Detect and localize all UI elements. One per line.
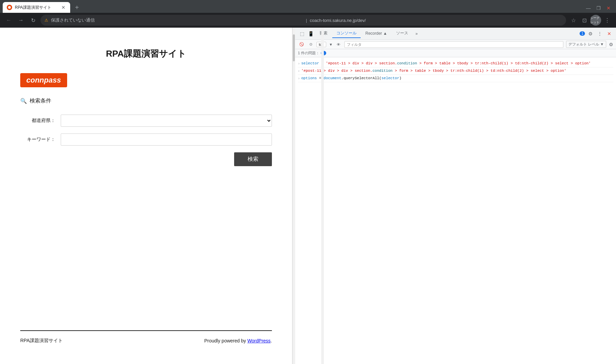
search-heading-text: 検索条件: [30, 97, 51, 104]
devtools-issues-row: 1 件の問題： 1: [295, 49, 616, 57]
prefecture-select[interactable]: [61, 115, 272, 127]
search-button[interactable]: 検索: [234, 152, 272, 166]
console-settings-button[interactable]: ⚙: [609, 42, 613, 47]
main-area: RPA課題演習サイト connpass 🔍 検索条件 都道府県：: [0, 28, 616, 364]
secret-mode-button[interactable]: シークレット: [590, 15, 601, 26]
new-tab-button[interactable]: +: [72, 2, 82, 13]
console-level-dropdown[interactable]: デフォルト レベル ▼: [566, 41, 606, 48]
console-toggle-button[interactable]: ⊙: [308, 41, 314, 47]
tab-console[interactable]: コンソール: [332, 29, 361, 38]
issues-text: 1 件の問題：: [298, 51, 319, 56]
tab-recorder[interactable]: Recorder ▲: [361, 30, 391, 38]
split-view-button[interactable]: ⊡: [580, 16, 589, 25]
wordpress-link[interactable]: WordPress: [247, 338, 271, 343]
console-text-2: '#post-11 > div > div > section.conditio…: [301, 68, 566, 74]
keyword-row: キーワード：: [20, 133, 272, 146]
active-tab[interactable]: RPA課題演習サイト ✕: [3, 2, 70, 13]
address-warning-text: 保護されていない通信: [51, 17, 303, 23]
tab-title: RPA課題演習サイト: [15, 5, 58, 10]
search-section: 🔍 検索条件 都道府県： キーワード：: [20, 97, 272, 166]
bookmark-button[interactable]: ☆: [569, 16, 578, 25]
device-icon[interactable]: 📱: [307, 30, 315, 38]
connpass-logo: connpass: [20, 73, 272, 87]
browser-action-buttons: ☆ ⊡ シークレット ⋮: [569, 15, 612, 26]
console-clear-button[interactable]: 🚫: [298, 41, 305, 47]
console-text-1: selector = '#post-11 > div > div > secti…: [301, 61, 591, 66]
tab-bar: RPA課題演習サイト ✕ + — ❒ ✕: [0, 0, 616, 13]
console-filter-input[interactable]: [344, 41, 563, 48]
console-arrow-2[interactable]: ‹: [298, 69, 300, 74]
menu-button[interactable]: ⋮: [603, 16, 612, 25]
search-icon: 🔍: [20, 98, 27, 104]
devtools-close-button[interactable]: ✕: [605, 30, 613, 38]
window-minimize-button[interactable]: —: [584, 3, 593, 13]
devtools-toolbar: ⬚ 📱 要素 コンソール Recorder ▲ ソース » 1 ⚙ ⋮ ✕: [295, 28, 616, 40]
devtools-side: ⬚ 📱 要素 コンソール Recorder ▲ ソース » 1 ⚙ ⋮ ✕: [292, 28, 616, 364]
prefecture-field: [61, 115, 272, 127]
console-arrow-1[interactable]: ›: [298, 61, 300, 66]
devtools-console-content: › selector = '#post-11 > div > div > sec…: [295, 57, 616, 364]
footer-area: RPA課題演習サイト Proudly powered by WordPress.: [0, 310, 292, 364]
search-heading: 🔍 検索条件: [20, 97, 272, 104]
keyword-input[interactable]: [61, 133, 272, 146]
devtools-action-buttons: 1 ⚙ ⋮ ✕: [580, 30, 613, 38]
devtools-main: ⬚ 📱 要素 コンソール Recorder ▲ ソース » 1 ⚙ ⋮ ✕: [295, 28, 616, 364]
devtools-scrollbar-thumb: [293, 34, 295, 61]
address-separator: |: [306, 18, 307, 23]
devtools-badge: 1: [580, 31, 585, 36]
tab-favicon: [7, 5, 12, 10]
tab-close-button[interactable]: ✕: [61, 5, 66, 10]
devtools-panel: ⬚ 📱 要素 コンソール Recorder ▲ ソース » 1 ⚙ ⋮ ✕: [292, 28, 616, 364]
window-maximize-button[interactable]: ❒: [594, 3, 603, 13]
console-line-2: ‹ '#post-11 > div > div > section.condit…: [298, 67, 613, 75]
console-text-3: options = document.querySelectorAll(sele…: [301, 75, 401, 81]
devtools-settings-button[interactable]: ⚙: [586, 30, 594, 38]
console-eye-button[interactable]: 👁: [335, 42, 342, 47]
connpass-logo-text: connpass: [20, 73, 67, 87]
reload-button[interactable]: ↻: [28, 16, 38, 25]
secret-label: シークレット: [590, 16, 601, 25]
prefecture-label: 都道府県：: [20, 118, 61, 124]
webpage-content: RPA課題演習サイト connpass 🔍 検索条件 都道府県：: [0, 28, 292, 310]
site-title: RPA課題演習サイト: [20, 48, 272, 60]
browser-chrome: RPA課題演習サイト ✕ + — ❒ ✕ ← → ↻ ⚠ 保護されていない通信 …: [0, 0, 616, 28]
keyword-field: [61, 133, 272, 146]
page-footer: RPA課題演習サイト Proudly powered by WordPress.: [20, 330, 272, 351]
forward-button[interactable]: →: [16, 16, 26, 25]
security-warning-icon: ⚠: [45, 18, 48, 23]
tab-more-button[interactable]: »: [413, 30, 421, 37]
keyword-label: キーワード：: [20, 136, 61, 143]
address-bar[interactable]: ⚠ 保護されていない通信 | coach-tomi.sakura.ne.jp/d…: [40, 15, 566, 26]
address-url: coach-tomi.sakura.ne.jp/dev/: [310, 18, 562, 23]
browser-controls-bar: ← → ↻ ⚠ 保護されていない通信 | coach-tomi.sakura.n…: [0, 13, 616, 28]
devtools-dock-button[interactable]: ⋮: [596, 30, 604, 38]
footer-powered-text: Proudly powered by WordPress.: [204, 338, 272, 343]
tab-sources[interactable]: ソース: [392, 29, 412, 38]
prefecture-row: 都道府県：: [20, 115, 272, 127]
top-dropdown-arrow: ▼: [329, 42, 333, 47]
console-line-1: › selector = '#post-11 > div > div > sec…: [298, 60, 613, 67]
console-arrow-3[interactable]: ›: [298, 76, 300, 81]
webpage-panel: RPA課題演習サイト connpass 🔍 検索条件 都道府県：: [0, 28, 292, 364]
devtools-console-bar: 🚫 ⊙ top ▼ 👁 デフォルト レベル ▼ ⚙: [295, 40, 616, 49]
search-button-row: 検索: [20, 152, 272, 166]
console-line-3: › options = document.querySelectorAll(se…: [298, 75, 613, 82]
window-close-button[interactable]: ✕: [604, 3, 613, 13]
footer-site-name: RPA課題演習サイト: [20, 338, 63, 344]
devtools-left-scrollbar[interactable]: [292, 28, 295, 364]
inspect-icon[interactable]: ⬚: [298, 30, 306, 38]
back-button[interactable]: ←: [4, 16, 13, 25]
